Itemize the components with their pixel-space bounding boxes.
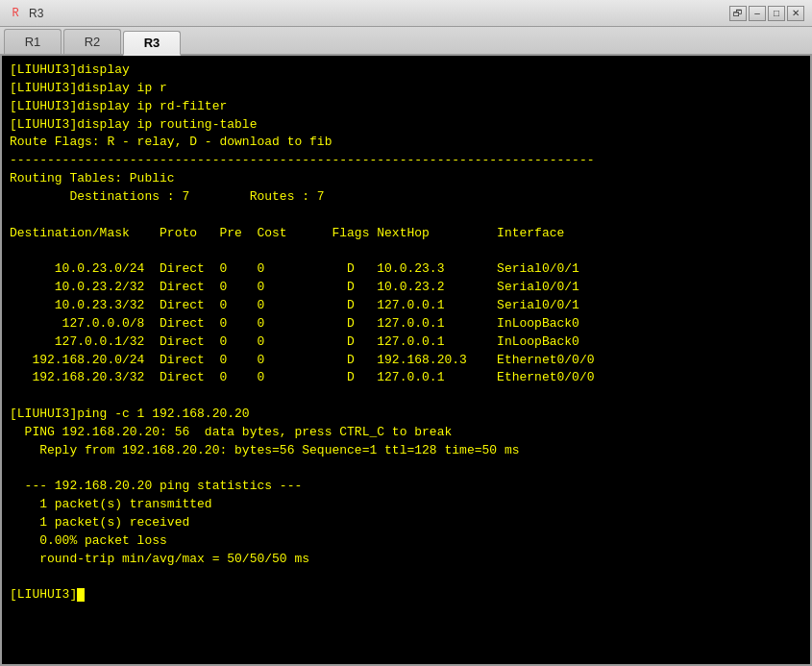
- close-button[interactable]: ✕: [787, 6, 804, 21]
- main-container: [LIUHUI3]display [LIUHUI3]display ip r […: [0, 56, 812, 666]
- title-bar: R R3 🗗 – □ ✕: [0, 0, 812, 27]
- tab-bar: R1 R2 R3: [0, 27, 812, 56]
- cursor: [77, 588, 85, 602]
- tab-r2[interactable]: R2: [63, 29, 121, 54]
- window-title: R3: [29, 7, 729, 20]
- minimize-button[interactable]: –: [749, 6, 766, 21]
- terminal-text: [LIUHUI3]display [LIUHUI3]display ip r […: [10, 62, 802, 604]
- app-icon: R: [8, 6, 23, 21]
- tab-r1[interactable]: R1: [4, 29, 62, 54]
- tab-r3[interactable]: R3: [123, 31, 181, 56]
- window-controls: 🗗 – □ ✕: [729, 6, 804, 21]
- terminal[interactable]: [LIUHUI3]display [LIUHUI3]display ip r […: [2, 56, 810, 664]
- restore-button[interactable]: 🗗: [729, 6, 747, 21]
- maximize-button[interactable]: □: [768, 6, 785, 21]
